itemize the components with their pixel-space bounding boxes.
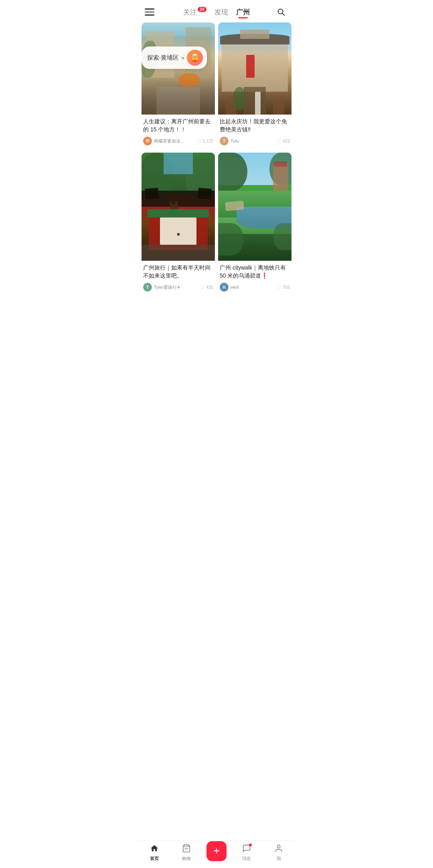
card-2[interactable]: 比起永庆坊！我更爱这个免费绝美古镇‼️ T Tutu ♡ 422 xyxy=(218,22,291,149)
card-4-heart-icon: ♡ xyxy=(277,284,281,290)
card-3-likes-count: 431 xyxy=(206,285,213,290)
card-3-avatar: T xyxy=(143,283,152,292)
menu-icon-line2 xyxy=(145,12,154,13)
nav-follow-label: 关注 xyxy=(183,8,197,16)
card-2-avatar-circle: T xyxy=(220,137,229,145)
card-1-author: 柠 檸檬茶要加冰 🧋 xyxy=(143,137,186,145)
card-1-likes-count: 1.1万 xyxy=(203,138,213,144)
card-2-image xyxy=(218,22,291,115)
bottom-spacer xyxy=(138,299,295,331)
card-2-avatar: T xyxy=(220,137,229,145)
nav-follow[interactable]: 关注24 xyxy=(183,8,206,17)
svg-line-1 xyxy=(282,13,284,15)
main-nav: 关注24 发现 广州 xyxy=(183,8,249,17)
card-2-meta: T Tutu ♡ 422 xyxy=(220,137,290,145)
card-1-info: 人生建议：离开广州前要去的 15 个地方！！ 柠 檸檬茶要加冰 🧋 ♡ 1.1万 xyxy=(142,115,215,149)
menu-icon-line1 xyxy=(145,8,154,10)
nav-guangzhou-label: 广州 xyxy=(236,8,250,16)
search-icon xyxy=(277,8,285,16)
menu-button[interactable] xyxy=(145,5,159,19)
card-4-avatar-circle: H xyxy=(220,283,229,292)
card-4-likes-count: 755 xyxy=(283,285,290,290)
card-4-title: 广州 citywalk｜离地铁只有 50 米的乌涌碧道❗ xyxy=(220,264,290,280)
card-3-image: 我们祈祷世界人类的和平 xyxy=(142,153,215,261)
card-3-heart-icon: ♡ xyxy=(200,284,205,290)
card-3-meta: T Tyler爱旅行✈ ♡ 431 xyxy=(143,283,213,292)
explore-banner[interactable]: 探索·黄埔区 » 🧝 xyxy=(142,46,207,69)
nav-discover[interactable]: 发现 xyxy=(214,8,228,17)
card-2-title: 比起永庆坊！我更爱这个免费绝美古镇‼️ xyxy=(220,118,290,133)
explore-arrow-icon: » xyxy=(181,54,184,61)
explore-character: 🧝 xyxy=(187,50,203,66)
menu-icon-line3 xyxy=(145,14,154,16)
card-2-info: 比起永庆坊！我更爱这个免费绝美古镇‼️ T Tutu ♡ 422 xyxy=(218,115,291,149)
card-4-image xyxy=(218,153,291,261)
search-button[interactable] xyxy=(274,5,288,19)
content-area: 探索·黄埔区 » 🧝 人生建议：离开广 xyxy=(138,22,295,331)
explore-emoji: 🧝 xyxy=(190,53,199,62)
card-3-info: 广州旅行｜如果有半天时间不如来这里吧。 T Tyler爱旅行✈ ♡ 431 xyxy=(142,261,215,296)
cards-grid: 探索·黄埔区 » 🧝 人生建议：离开广 xyxy=(138,22,295,299)
nav-guangzhou[interactable]: 广州 xyxy=(236,8,250,17)
card-3-author: T Tyler爱旅行✈ xyxy=(143,283,180,292)
card-2-heart-icon: ♡ xyxy=(277,138,281,144)
card-1-meta: 柠 檸檬茶要加冰 🧋 ♡ 1.1万 xyxy=(143,137,213,145)
card-3-title: 广州旅行｜如果有半天时间不如来这里吧。 xyxy=(143,264,213,280)
card-4-author-name: HeX xyxy=(231,285,239,290)
card-2-author: T Tutu xyxy=(220,137,239,145)
card-1-heart-icon: ♡ xyxy=(197,138,202,144)
card-1-avatar-circle: 柠 xyxy=(143,137,152,145)
card-2-author-name: Tutu xyxy=(231,139,239,143)
card-4[interactable]: 广州 citywalk｜离地铁只有 50 米的乌涌碧道❗ H HeX ♡ 755 xyxy=(218,153,291,296)
card-1-avatar: 柠 xyxy=(143,137,152,145)
card-1-author-name: 檸檬茶要加冰 🧋 xyxy=(154,138,186,144)
follow-badge: 24 xyxy=(198,7,206,12)
explore-text: 探索·黄埔区 xyxy=(147,54,179,62)
card-3[interactable]: 我们祈祷世界人类的和平 广州旅行｜如果有半天时间不如来这里吧。 T Tyler爱… xyxy=(142,153,215,296)
card-3-author-name: Tyler爱旅行✈ xyxy=(154,284,180,290)
card-2-likes: ♡ 422 xyxy=(277,138,290,144)
card-4-author: H HeX xyxy=(220,283,239,292)
card-1-likes: ♡ 1.1万 xyxy=(197,138,213,144)
card-4-meta: H HeX ♡ 755 xyxy=(220,283,290,292)
card-4-info: 广州 citywalk｜离地铁只有 50 米的乌涌碧道❗ H HeX ♡ 755 xyxy=(218,261,291,296)
card-3-avatar-circle: T xyxy=(143,283,152,292)
card-1[interactable]: 探索·黄埔区 » 🧝 人生建议：离开广 xyxy=(142,22,215,149)
app-header: 关注24 发现 广州 xyxy=(138,0,295,22)
nav-discover-label: 发现 xyxy=(214,8,228,16)
card-4-likes: ♡ 755 xyxy=(277,284,290,290)
card-3-likes: ♡ 431 xyxy=(200,284,213,290)
card-1-title: 人生建议：离开广州前要去的 15 个地方！！ xyxy=(143,118,213,133)
card-4-avatar: H xyxy=(220,283,229,292)
card-2-likes-count: 422 xyxy=(283,139,290,143)
